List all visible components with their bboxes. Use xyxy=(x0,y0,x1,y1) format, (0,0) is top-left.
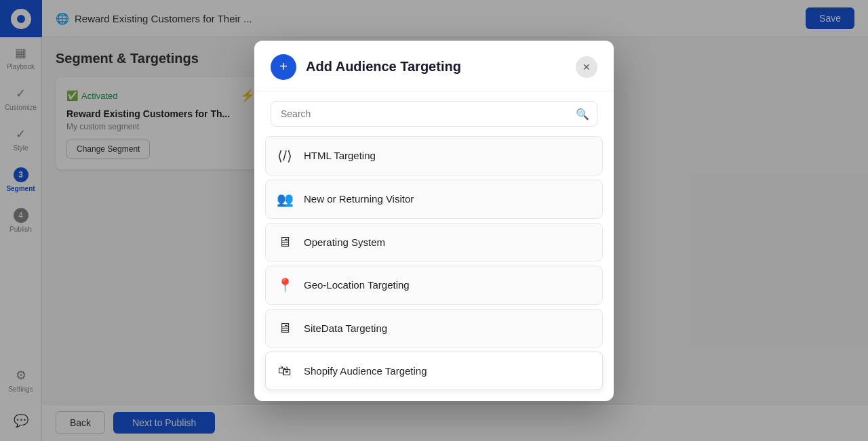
option-sitedata-label: SiteData Targeting xyxy=(304,322,387,334)
option-visitor[interactable]: 👥 New or Returning Visitor xyxy=(265,180,603,219)
option-os[interactable]: 🖥 Operating System xyxy=(265,223,603,261)
search-input-wrap: 🔍 xyxy=(271,101,597,127)
modal-close-button[interactable]: ✕ xyxy=(576,56,597,78)
modal-header: + Add Audience Targeting ✕ xyxy=(254,41,614,91)
option-shopify[interactable]: 🛍 Shopify Audience Targeting xyxy=(265,352,603,390)
shopify-icon: 🛍 xyxy=(275,363,294,379)
option-html-label: HTML Targeting xyxy=(304,150,376,161)
option-geo[interactable]: 📍 Geo-Location Targeting xyxy=(265,266,603,305)
sitedata-icon: 🖥 xyxy=(275,320,294,336)
modal-overlay[interactable]: + Add Audience Targeting ✕ 🔍 ⟨/⟩ HTML Ta… xyxy=(0,0,868,441)
geo-icon: 📍 xyxy=(275,277,294,293)
close-icon: ✕ xyxy=(583,62,591,72)
modal-plus-icon: + xyxy=(271,54,296,80)
modal-search-area: 🔍 xyxy=(254,91,614,136)
option-sitedata[interactable]: 🖥 SiteData Targeting xyxy=(265,309,603,348)
option-geo-label: Geo-Location Targeting xyxy=(304,279,410,291)
search-icon: 🔍 xyxy=(576,107,589,120)
visitor-icon: 👥 xyxy=(275,191,294,207)
html-targeting-icon: ⟨/⟩ xyxy=(275,148,294,164)
option-shopify-label: Shopify Audience Targeting xyxy=(304,365,427,377)
add-audience-targeting-modal: + Add Audience Targeting ✕ 🔍 ⟨/⟩ HTML Ta… xyxy=(254,41,614,401)
search-input[interactable] xyxy=(271,101,597,127)
option-html-targeting[interactable]: ⟨/⟩ HTML Targeting xyxy=(265,136,603,175)
option-os-label: Operating System xyxy=(304,236,385,248)
modal-title: Add Audience Targeting xyxy=(306,59,566,75)
os-icon: 🖥 xyxy=(275,234,294,250)
modal-options-list: ⟨/⟩ HTML Targeting 👥 New or Returning Vi… xyxy=(254,136,614,401)
option-visitor-label: New or Returning Visitor xyxy=(304,193,414,205)
